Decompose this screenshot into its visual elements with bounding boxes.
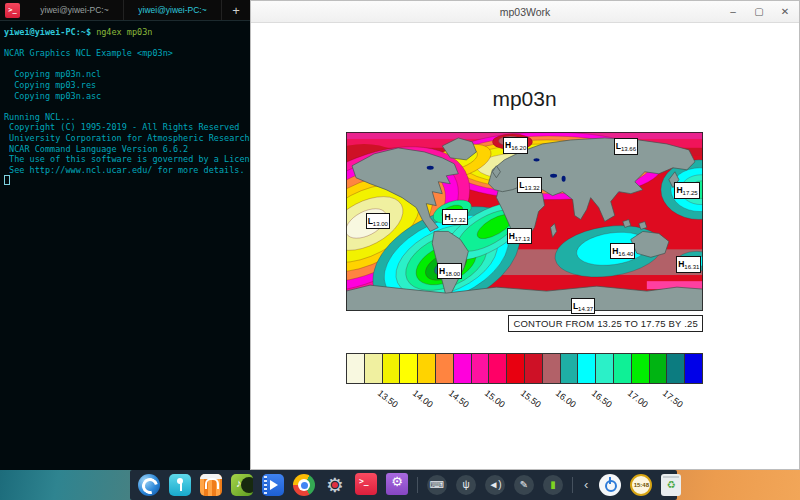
extrema-layer: H16.20L13.66L13.32H17.25L13.00H17.32H17.… [346, 132, 703, 311]
colorbar-ticks: 13.5014.0014.5015.0015.5016.0016.5017.00… [346, 386, 703, 412]
colorbar-cell [525, 354, 543, 383]
file-manager-icon[interactable] [169, 474, 191, 496]
extremum-label-L14.37: L14.37 [571, 298, 595, 315]
colorbar-tick-label: 13.50 [376, 388, 400, 410]
terminal-tab-1[interactable]: yiwei@yiwei-PC:~ [26, 0, 124, 20]
extremum-label-H16.40: H16.40 [610, 243, 635, 260]
extremum-label-H17.13: H17.13 [507, 228, 532, 245]
colorbar-tick-label: 14.50 [447, 388, 471, 410]
battery-tray-icon[interactable]: ▮ [543, 475, 563, 495]
colorbar-cell [365, 354, 383, 383]
extremum-label-H18.00: H18.00 [437, 263, 462, 280]
extremum-label-H16.20: H16.20 [503, 137, 528, 154]
terminal-tab-2-label: yiwei@yiwei-PC:~ [138, 5, 206, 15]
terminal-app-icon: >_ [5, 3, 20, 18]
colorbar-tick-label: 17.50 [661, 388, 685, 410]
colorbar-cell [383, 354, 401, 383]
extremum-label-H17.25: H17.25 [674, 182, 699, 199]
colorbar-cell [400, 354, 418, 383]
dock: ⚙ ⌨ ψ ◄) ✎ ▮ ‹ 15:48 ♻ [130, 470, 677, 500]
minimize-button[interactable]: – [725, 4, 741, 20]
colorbar-cell [454, 354, 472, 383]
collapse-chevron-icon[interactable]: ‹ [582, 470, 590, 500]
colorbar-cell [685, 354, 702, 383]
volume-tray-icon[interactable]: ◄) [485, 475, 505, 495]
colorbar-cell [596, 354, 614, 383]
dock-separator [572, 477, 573, 493]
app-store-icon[interactable] [200, 474, 222, 496]
dock-separator [417, 477, 418, 493]
close-button[interactable]: ✕ [777, 4, 793, 20]
extremum-label-H17.32: H17.32 [442, 209, 467, 226]
power-button[interactable] [599, 474, 621, 496]
terminal-window: >_ yiwei@yiwei-PC:~ yiwei@yiwei-PC:~ + y… [0, 0, 250, 470]
window-title: mp03Work [251, 1, 799, 23]
keyboard-tray-icon[interactable]: ⌨ [427, 475, 447, 495]
colorbar-tick-label: 15.00 [483, 388, 507, 410]
extremum-label-L13.66: L13.66 [614, 138, 638, 155]
colorbar-tick-label: 16.00 [554, 388, 578, 410]
colorbar-tick-label: 14.00 [411, 388, 435, 410]
pen-tray-icon[interactable]: ✎ [514, 475, 534, 495]
extremum-label-L13.32: L13.32 [517, 177, 541, 194]
colorbar-cell [543, 354, 561, 383]
shell-command: ng4ex mp03n [96, 27, 152, 37]
extremum-label-H16.31: H16.31 [676, 256, 701, 273]
colorbar-cell [578, 354, 596, 383]
chrome-icon[interactable] [293, 474, 315, 496]
video-player-icon[interactable] [262, 474, 284, 496]
colorbar-tick-label: 17.00 [625, 388, 649, 410]
shell-prompt: yiwei@yiwei-PC:~$ [4, 27, 91, 37]
contour-map: H16.20L13.66L13.32H17.25L13.00H17.32H17.… [346, 132, 703, 311]
control-center-icon[interactable]: ⚙ [324, 474, 346, 496]
launcher-icon[interactable] [138, 474, 160, 496]
maximize-button[interactable]: ▢ [751, 4, 767, 20]
clock-widget[interactable]: 15:48 [630, 474, 652, 496]
trash-icon[interactable]: ♻ [661, 474, 681, 496]
colorbar-cell [614, 354, 632, 383]
extremum-label-L13.00: L13.00 [366, 213, 390, 230]
terminal-tabbar: >_ yiwei@yiwei-PC:~ yiwei@yiwei-PC:~ + [0, 0, 250, 21]
music-icon[interactable] [231, 474, 253, 496]
colorbar [346, 353, 703, 384]
contour-info-box: CONTOUR FROM 13.25 TO 17.75 BY .25 [508, 315, 703, 332]
terminal-dock-icon[interactable] [355, 473, 377, 495]
terminal-tab-1-label: yiwei@yiwei-PC:~ [40, 5, 108, 15]
colorbar-cell [667, 354, 685, 383]
colorbar-cell [436, 354, 454, 383]
terminal-prompt-line: yiwei@yiwei-PC:~$ ng4ex mp03n [4, 27, 250, 38]
colorbar-cell [561, 354, 579, 383]
colorbar-cell [632, 354, 650, 383]
mp03work-window: mp03Work – ▢ ✕ mp03n [250, 0, 800, 470]
colorbar-cell [489, 354, 507, 383]
colorbar-cell [472, 354, 490, 383]
terminal-tab-2[interactable]: yiwei@yiwei-PC:~ [124, 0, 222, 20]
document-viewer-icon[interactable] [386, 473, 408, 495]
colorbar-tick-label: 15.50 [518, 388, 542, 410]
window-titlebar[interactable]: mp03Work – ▢ ✕ [251, 1, 799, 23]
usb-tray-icon[interactable]: ψ [456, 475, 476, 495]
colorbar-cell [347, 354, 365, 383]
terminal-output: NCAR Graphics NCL Example <mp03n> Copyin… [4, 38, 250, 176]
terminal-body[interactable]: yiwei@yiwei-PC:~$ ng4ex mp03n NCAR Graph… [0, 21, 250, 186]
colorbar-cell [650, 354, 668, 383]
colorbar-cell [507, 354, 525, 383]
colorbar-tick-label: 16.50 [590, 388, 614, 410]
new-tab-button[interactable]: + [222, 0, 250, 21]
terminal-cursor [4, 175, 10, 185]
plot-title: mp03n [346, 87, 703, 111]
colorbar-cell [418, 354, 436, 383]
